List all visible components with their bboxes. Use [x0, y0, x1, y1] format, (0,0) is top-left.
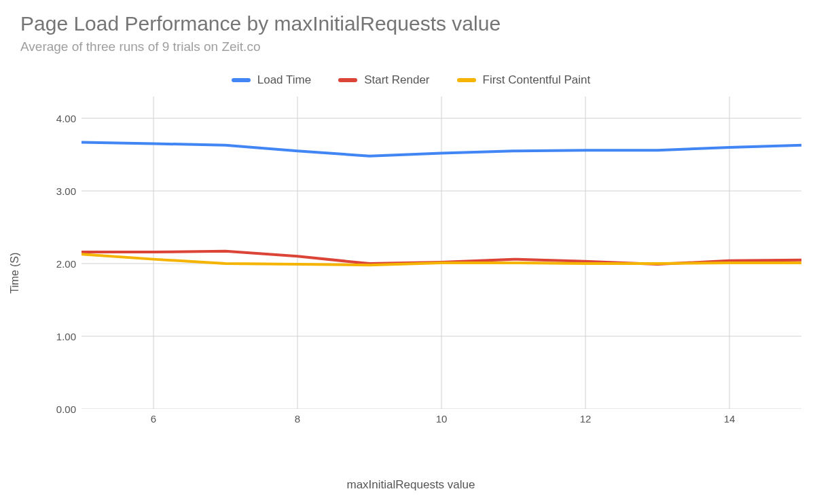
legend-item-start-render: Start Render [338, 73, 429, 87]
x-tick-label: 10 [436, 413, 448, 425]
y-tick-label: 1.00 [20, 331, 76, 342]
legend-swatch [338, 78, 357, 82]
chart-container: Page Load Performance by maxInitialReque… [20, 12, 801, 492]
legend: Load Time Start Render First Contentful … [20, 73, 801, 87]
legend-item-load-time: Load Time [232, 73, 311, 87]
y-axis-ticks: 0.001.002.003.004.00 [20, 96, 76, 409]
y-tick-label: 0.00 [20, 403, 76, 415]
legend-label: Load Time [257, 73, 311, 87]
x-axis-label: maxInitialRequests value [20, 478, 801, 492]
chart-subtitle: Average of three runs of 9 trials on Zei… [20, 39, 801, 54]
x-tick-label: 8 [295, 413, 300, 425]
chart-title: Page Load Performance by maxInitialReque… [20, 12, 801, 35]
x-axis-ticks: 68101214 [82, 413, 801, 427]
x-tick-label: 14 [724, 413, 736, 425]
legend-item-fcp: First Contentful Paint [457, 73, 591, 87]
plot-area [82, 96, 801, 409]
y-tick-label: 4.00 [20, 113, 76, 124]
legend-label: Start Render [364, 73, 429, 87]
y-tick-label: 3.00 [20, 185, 76, 197]
data-lines [82, 96, 801, 409]
x-tick-label: 12 [580, 413, 592, 425]
y-tick-label: 2.00 [20, 258, 76, 270]
plot-zone: Time (S) 0.001.002.003.004.00 68101214 [20, 96, 801, 450]
y-axis-label: Time (S) [9, 253, 21, 294]
legend-label: First Contentful Paint [483, 73, 591, 87]
legend-swatch [457, 78, 476, 82]
x-tick-label: 6 [151, 413, 156, 425]
legend-swatch [232, 78, 251, 82]
